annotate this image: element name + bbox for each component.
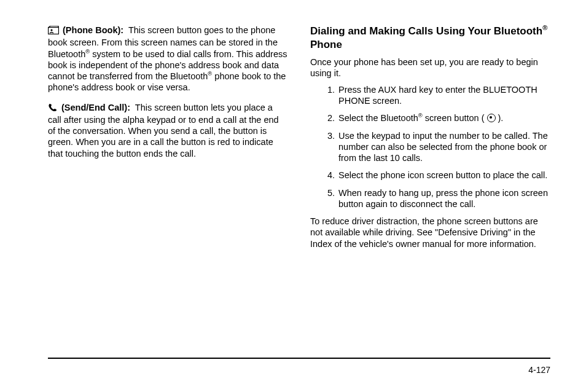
page-footer: 4-127 xyxy=(48,358,550,375)
section-heading: Dialing and Making Calls Using Your Blue… xyxy=(310,25,550,52)
closing-paragraph: To reduce driver distraction, the phone … xyxy=(310,216,550,249)
two-column-layout: (Phone Book): This screen button goes to… xyxy=(48,25,550,358)
step2-text-3: ). xyxy=(496,113,504,123)
bluetooth-button-icon xyxy=(487,114,496,122)
intro-paragraph: Once your phone has been set up, you are… xyxy=(310,57,550,79)
step-item: Select the phone icon screen button to p… xyxy=(337,170,550,181)
step-item: Use the keypad to input the number to be… xyxy=(337,130,550,164)
step-item: Press the AUX hard key to enter the BLUE… xyxy=(337,84,550,107)
right-column: Dialing and Making Calls Using Your Blue… xyxy=(310,25,550,358)
registered-mark: ® xyxy=(418,112,423,119)
page-number: 4-127 xyxy=(48,365,550,375)
phone-book-label: (Phone Book): xyxy=(63,25,123,35)
heading-text-2: Phone xyxy=(310,39,342,50)
phone-book-icon xyxy=(48,26,59,37)
steps-list: Press the AUX hard key to enter the BLUE… xyxy=(310,84,550,210)
step-item: When ready to hang up, press the phone i… xyxy=(337,187,550,210)
left-column: (Phone Book): This screen button goes to… xyxy=(48,25,288,358)
registered-mark: ® xyxy=(542,24,547,31)
heading-text-1: Dialing and Making Calls Using Your Blue… xyxy=(310,25,542,37)
phone-handset-icon xyxy=(48,103,58,114)
step2-text-1: Select the Bluetooth xyxy=(338,113,418,123)
footer-rule xyxy=(48,358,550,359)
phone-book-entry: (Phone Book): This screen button goes to… xyxy=(48,25,288,93)
send-end-label: (Send/End Call): xyxy=(61,103,130,112)
step2-text-2: screen button ( xyxy=(423,113,487,123)
send-end-entry: (Send/End Call): This screen button lets… xyxy=(48,102,288,159)
manual-page: (Phone Book): This screen button goes to… xyxy=(0,0,586,392)
svg-point-1 xyxy=(50,29,52,31)
step-item: Select the Bluetooth® screen button ( ). xyxy=(337,112,550,123)
